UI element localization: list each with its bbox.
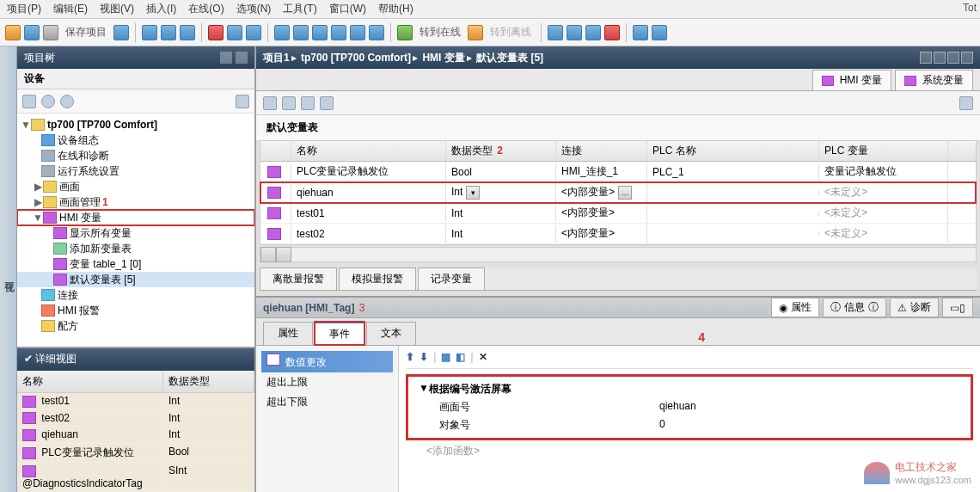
collapse-icon[interactable] [220, 52, 232, 64]
sidebar-vis-tab[interactable]: 可视化 [0, 46, 17, 492]
pmtab-props[interactable]: 属性 [263, 322, 313, 345]
menu-options[interactable]: 选项(N) [236, 2, 272, 16]
paste-icon[interactable] [180, 25, 195, 40]
event-over-upper[interactable]: 超出上限 [261, 372, 393, 392]
tab-analog[interactable]: 模拟量报警 [339, 268, 416, 290]
print-icon[interactable] [113, 25, 129, 40]
pmtab-events[interactable]: 事件 [315, 322, 364, 345]
ptab-info[interactable]: ⓘ 信息 ⓘ [823, 298, 886, 317]
arrow-icon[interactable] [236, 52, 248, 64]
menu-edit[interactable]: 编辑(E) [53, 2, 88, 16]
tree-default-table[interactable]: 默认变量表 [5] [17, 272, 254, 287]
tree-show-all[interactable]: 显示所有变量 [17, 225, 254, 241]
cut-icon[interactable] [142, 25, 157, 40]
detail-row[interactable]: qiehuanInt [17, 427, 254, 444]
event-over-lower[interactable]: 超出下限 [261, 392, 393, 412]
tree-root[interactable]: ▼tp700 [TP700 Comfort] [17, 117, 254, 132]
device-tab[interactable]: 设备 [17, 69, 254, 89]
ptab-layout[interactable]: ▭▯ [942, 298, 973, 317]
download-icon[interactable] [293, 25, 309, 40]
maximize-icon[interactable] [934, 52, 946, 64]
ct-icon-1[interactable] [263, 96, 277, 110]
close-icon[interactable] [961, 52, 973, 64]
upload-icon[interactable] [312, 25, 328, 40]
undo-icon[interactable] [227, 25, 242, 40]
ptab-diag[interactable]: ⚠ 诊断 [890, 298, 939, 317]
tree-online-diag[interactable]: 在线和诊断 [17, 148, 254, 163]
tool-icon-1[interactable] [548, 25, 563, 40]
redo-icon[interactable] [246, 25, 261, 40]
minimize-icon[interactable] [920, 52, 932, 64]
tree-connections[interactable]: 连接 [17, 287, 254, 303]
tool-icon-3[interactable] [585, 25, 601, 40]
detail-row[interactable]: @DiagnosticsIndicatorTagSInt [17, 463, 254, 492]
open-project-icon[interactable] [24, 25, 40, 40]
tree-hmi-tags[interactable]: ▼HMI 变量 [17, 210, 254, 225]
tree-screens[interactable]: ▶画面 [17, 179, 254, 194]
tree-recipes[interactable]: 配方 [17, 318, 254, 334]
ct-icon-3[interactable] [301, 96, 315, 110]
new-project-icon[interactable] [5, 25, 21, 40]
tree-device-config[interactable]: 设备组态 [17, 132, 254, 148]
go-online-icon[interactable] [397, 25, 413, 40]
menu-tools[interactable]: 工具(T) [283, 2, 316, 16]
delete-func-icon[interactable]: ✕ [479, 351, 487, 363]
func-param-object[interactable]: 对象号 0 [412, 416, 967, 434]
compile-icon[interactable] [274, 25, 290, 40]
tab-logging[interactable]: 记录变量 [418, 268, 485, 290]
add-function[interactable]: <添加函数> [406, 440, 973, 462]
save-label[interactable]: 保存项目 [65, 25, 107, 40]
tab-hmi-vars[interactable]: HMI 变量 [812, 70, 891, 90]
table-row[interactable]: PLC变量记录触发位 Bool HMI_连接_1 PLC_1 变量记录触发位 [260, 162, 976, 182]
menu-insert[interactable]: 插入(I) [146, 2, 176, 16]
tree-table1[interactable]: 变量 table_1 [0] [17, 256, 254, 272]
tree-screen-mgmt[interactable]: ▶画面管理1 [17, 194, 254, 210]
tree-runtime[interactable]: 运行系统设置 [17, 163, 254, 179]
browse-button[interactable]: … [618, 186, 632, 200]
go-online-label[interactable]: 转到在线 [420, 25, 461, 40]
tree-fwd-icon[interactable] [60, 95, 74, 108]
tree-alarms[interactable]: HMI 报警 [17, 303, 254, 318]
move-down-icon[interactable]: ⬇ [420, 351, 428, 363]
ct-icon-4[interactable] [320, 96, 334, 110]
event-value-change[interactable]: 数值更改 [261, 351, 393, 372]
table-row[interactable]: qiehuan Int▾ <内部变量>… <未定义> [260, 182, 976, 203]
collapse-icon[interactable]: ◧ [456, 351, 465, 363]
ct-icon-2[interactable] [282, 96, 296, 110]
layout-icon-1[interactable] [633, 25, 648, 40]
stop-rt-icon[interactable] [369, 25, 384, 40]
ptab-props[interactable]: ◉ 属性 [771, 298, 819, 317]
detail-row[interactable]: test01Int [17, 393, 254, 410]
tree-add-table[interactable]: 添加新变量表 [17, 241, 254, 256]
start-rt-icon[interactable] [350, 25, 365, 40]
tab-sys-vars[interactable]: 系统变量 [895, 70, 973, 90]
expand-icon[interactable]: ▦ [441, 351, 450, 363]
table-row[interactable]: test01 Int <内部变量> <未定义> [260, 203, 976, 224]
copy-icon[interactable] [161, 25, 176, 40]
table-row[interactable]: test02 Int <内部变量> <未定义> [260, 224, 976, 244]
tree-opt-icon[interactable] [236, 95, 249, 108]
menu-view[interactable]: 视图(V) [100, 2, 134, 16]
func-param-screen[interactable]: 画面号 qiehuan [412, 398, 967, 416]
menu-help[interactable]: 帮助(H) [378, 2, 413, 16]
func-header[interactable]: ▼ 根据编号激活屏幕 [412, 380, 967, 398]
tab-discrete[interactable]: 离散量报警 [260, 268, 337, 290]
menu-project[interactable]: 项目(P) [7, 2, 41, 16]
cross-ref-icon[interactable] [604, 25, 620, 40]
save-icon[interactable] [43, 25, 58, 40]
type-dropdown[interactable]: ▾ [466, 186, 480, 200]
tree-nav-icon[interactable] [22, 95, 36, 108]
restore-icon[interactable] [947, 52, 959, 64]
tree-back-icon[interactable] [41, 95, 55, 108]
detail-row[interactable]: test02Int [17, 410, 254, 427]
delete-icon[interactable] [208, 25, 224, 40]
tool-icon-2[interactable] [567, 25, 582, 40]
h-scrollbar[interactable] [260, 247, 977, 262]
menu-window[interactable]: 窗口(W) [329, 2, 366, 16]
move-up-icon[interactable]: ⬆ [406, 351, 414, 363]
layout-icon-2[interactable] [652, 25, 667, 40]
pmtab-texts[interactable]: 文本 [366, 322, 416, 345]
ct-settings-icon[interactable] [959, 96, 973, 110]
detail-row[interactable]: PLC变量记录触发位Bool [17, 444, 254, 463]
menu-online[interactable]: 在线(O) [188, 2, 224, 16]
